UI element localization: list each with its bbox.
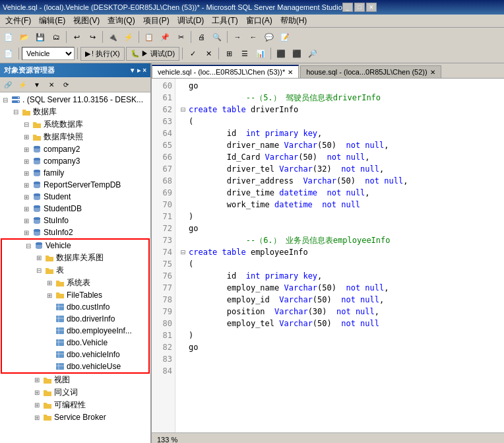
tree-item-dbo.custinfo[interactable]: dbo.custInfo <box>2 301 148 313</box>
close-button[interactable]: ✕ <box>366 3 377 12</box>
title-bar-buttons[interactable]: _ □ ✕ <box>342 3 377 12</box>
tree-item-同义词[interactable]: ⊞同义词 <box>0 386 150 399</box>
expand-icon[interactable]: ⊞ <box>44 278 55 289</box>
save-btn[interactable]: 💾 <box>33 30 47 44</box>
panel-controls[interactable]: ▼ ▸ × <box>129 67 146 74</box>
code-area[interactable]: go --（5.） 驾驶员信息表driverInfo⊟create table … <box>175 79 504 432</box>
tree-item-dbo.vehicleinfo[interactable]: dbo.vehicleInfo <box>2 349 148 360</box>
tree-item-系统表[interactable]: ⊞系统表 <box>2 277 148 289</box>
text-btn[interactable]: ☰ <box>237 46 252 61</box>
expand-icon[interactable] <box>44 349 55 360</box>
tree-item-数据库[interactable]: ⊟数据库 <box>0 106 150 118</box>
open-btn[interactable]: 📂 <box>17 30 32 44</box>
code-line[interactable]: driver_tel Varchar(32) not null, <box>181 163 499 175</box>
tree-item-vehicle[interactable]: ⊟Vehicle <box>2 240 148 252</box>
expand-icon[interactable]: ⊞ <box>32 388 42 398</box>
expand-icon[interactable] <box>44 314 55 324</box>
tab-vehicle-close[interactable]: ✕ <box>288 69 293 76</box>
tree-item-studentdb[interactable]: ⊞StudentDB <box>0 203 150 215</box>
code-line[interactable]: go <box>181 222 499 234</box>
code-line[interactable]: ) <box>181 329 499 341</box>
execute-button[interactable]: ▶ ! 执行(X) <box>80 47 125 61</box>
menu-help[interactable]: 帮助(H) <box>276 14 311 28</box>
zoom-btn[interactable]: 🔎 <box>305 46 320 61</box>
maximize-button[interactable]: □ <box>354 3 365 12</box>
code-line[interactable]: driver_address Varchar(50) not null, <box>181 175 499 187</box>
expand-icon[interactable]: ⊟ <box>21 119 32 130</box>
expand-icon[interactable] <box>44 361 55 372</box>
tree-item-表[interactable]: ⊟表 <box>2 264 148 277</box>
expand-icon[interactable]: ⊞ <box>21 168 32 178</box>
menu-view[interactable]: 视图(V) <box>69 14 104 28</box>
tree-item-视图[interactable]: ⊞视图 <box>0 374 150 386</box>
menu-project[interactable]: 项目(P) <box>139 14 173 28</box>
connect-oe-btn[interactable]: 🔗 <box>1 79 15 90</box>
tree-item-company3[interactable]: ⊞company3 <box>0 155 150 167</box>
menu-window[interactable]: 窗口(A) <box>242 14 276 28</box>
debug-button[interactable]: 🐛 ▶ 调试(D) <box>126 47 179 61</box>
tree-item-数据库关系图[interactable]: ⊞数据库关系图 <box>2 252 148 264</box>
menu-debug[interactable]: 调试(D) <box>173 14 208 28</box>
code-line[interactable]: driver_name Varchar(50) not null, <box>181 139 499 151</box>
expand-icon[interactable]: ⊞ <box>32 375 42 386</box>
new-query2-btn[interactable]: 📄 <box>1 46 16 61</box>
cut-btn[interactable]: ✂ <box>173 30 188 44</box>
tree-item-dbo.employeeinf...[interactable]: dbo.employeeInf... <box>2 325 148 337</box>
tab-house-close[interactable]: ✕ <box>430 69 435 76</box>
tree-item-stuinfo2[interactable]: ⊞StuInfo2 <box>0 226 150 238</box>
tab-house-sql[interactable]: house.sql - (loca...0R85JL\Chen (52)) ✕ <box>300 65 441 78</box>
tree-item-dbo.driverinfo[interactable]: dbo.driverInfo <box>2 313 148 325</box>
tree-item-filetables[interactable]: ⊞FileTables <box>2 289 148 301</box>
menu-file[interactable]: 文件(F) <box>1 14 35 28</box>
tree-item-dbo.vehicleuse[interactable]: dbo.vehicleUse <box>2 360 148 372</box>
code-line[interactable]: go <box>181 341 499 353</box>
expand-icon[interactable]: ⊞ <box>32 400 42 411</box>
grid-btn[interactable]: ⊞ <box>222 46 236 61</box>
comment-btn[interactable]: 💬 <box>262 30 276 44</box>
code-line[interactable]: ) <box>181 211 499 222</box>
file-btn[interactable]: 📊 <box>253 46 268 61</box>
code-line[interactable]: --（5.） 驾驶员信息表driverInfo <box>181 92 499 104</box>
tree-item-数据库快照[interactable]: ⊞数据库快照 <box>0 131 150 143</box>
code-line[interactable]: ( <box>181 116 499 127</box>
undo-btn[interactable]: ↩ <box>69 30 84 44</box>
disconnect-oe-btn[interactable]: ⚡ <box>16 79 29 90</box>
print-btn[interactable]: 🖨 <box>194 30 208 44</box>
expand-icon[interactable]: ⊞ <box>21 215 32 226</box>
expand-icon[interactable]: ⊟ <box>34 265 44 276</box>
filter-oe-btn[interactable]: ▼ <box>30 79 44 90</box>
expand-icon[interactable] <box>44 325 55 336</box>
save-all-btn[interactable]: 🗂 <box>49 30 63 44</box>
tree-item-系统数据库[interactable]: ⊟系统数据库 <box>0 118 150 131</box>
new-query-btn[interactable]: 📄 <box>1 30 16 44</box>
code-line[interactable]: ⊟create table employeeInfo <box>181 246 499 258</box>
tree-item-reportservertempdb[interactable]: ⊞ReportServerTempDB <box>0 179 150 191</box>
code-line[interactable]: ⊟create table driverInfo <box>181 104 499 116</box>
menu-edit[interactable]: 编辑(E) <box>35 14 69 28</box>
expand-icon[interactable]: ⊟ <box>0 94 11 105</box>
outdent-btn[interactable]: ← <box>246 30 261 44</box>
refresh-oe-btn[interactable]: ⟳ <box>59 79 73 90</box>
tree-item-company2[interactable]: ⊞company2 <box>0 143 150 155</box>
code-line[interactable]: --（6.） 业务员信息表employeeInfo <box>181 234 499 246</box>
paste-btn[interactable]: 📌 <box>158 30 172 44</box>
tree-item-service-broker[interactable]: ⊞Service Broker <box>0 411 150 423</box>
database-dropdown[interactable]: Vehicle <box>22 47 75 60</box>
copy-btn[interactable]: 📋 <box>142 30 156 44</box>
redo-btn[interactable]: ↪ <box>85 30 100 44</box>
code-line[interactable] <box>181 353 499 365</box>
tree-item-stuinfo[interactable]: ⊞StuInfo <box>0 215 150 226</box>
stop-oe-btn[interactable]: ✕ <box>45 79 58 90</box>
code-line[interactable]: employ_tel Varchar(50) not null <box>181 318 499 329</box>
expand-icon[interactable]: ⊞ <box>21 227 32 238</box>
code-line[interactable]: id int primary key, <box>181 127 499 139</box>
code-line[interactable]: drive_time datetime not null, <box>181 187 499 199</box>
code-line[interactable] <box>181 365 499 377</box>
tree-item-.-(sql-server-11.0.3[interactable]: ⊟. (SQL Server 11.0.3156 - DESK... <box>0 94 150 106</box>
expand-icon[interactable]: ⊞ <box>21 144 32 154</box>
parse-btn[interactable]: ✓ <box>185 46 200 61</box>
align-left-btn[interactable]: ⬛ <box>274 46 288 61</box>
code-line[interactable]: go <box>181 80 499 92</box>
expand-icon[interactable]: ⊞ <box>32 412 42 423</box>
expand-collapse-marker[interactable]: ⊟ <box>181 104 189 116</box>
